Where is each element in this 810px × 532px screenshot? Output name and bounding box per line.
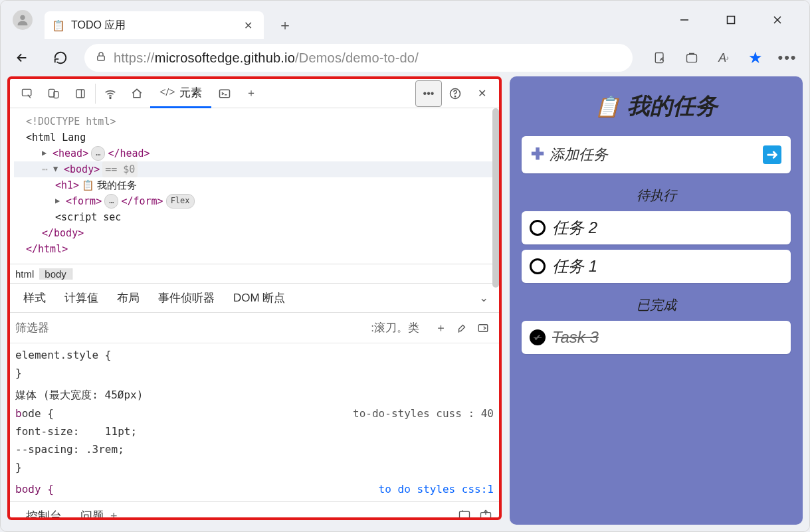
profile-avatar[interactable] [13,10,33,30]
head-close-tag: </head> [108,145,150,161]
breadcrumb-html[interactable]: html [10,268,39,280]
spacing-prop: --spacing: [15,443,79,456]
chevron-down-icon[interactable]: ⌄ [472,291,495,305]
clipboard-icon: 📋 [595,95,619,118]
scrollbar-thumb[interactable] [492,108,499,288]
address-actions: A› ★ ••• [649,46,799,69]
checked-icon[interactable]: ✔ [530,329,546,345]
browser-tab[interactable]: 📋 TODO 应用 ✕ [45,11,264,39]
media-query: 媒体 (最大宽度: 45Øpx) [15,389,143,401]
tab-layout[interactable]: 布局 [108,290,149,306]
tab-dom-breakpoints[interactable]: DOM 断点 [224,290,294,306]
device-toggle-icon[interactable] [41,80,67,107]
breadcrumb-body[interactable]: body [39,268,72,280]
url-text: https://microsoftedge.github.io/Demos/de… [114,50,419,66]
submit-icon[interactable]: ➜ [763,145,781,164]
drawer-issues-icon[interactable] [458,508,471,521]
content-area: </> 元素 ＋ ••• ✕ <!DOCTYPE html> <html Lan… [7,76,803,525]
ellipsis-pill[interactable]: … [91,146,105,160]
back-button[interactable] [7,43,37,72]
brace-close: } [15,364,494,382]
expand-arrow-icon[interactable]: ▶ [42,147,50,159]
svg-rect-14 [219,90,229,98]
close-devtools-icon[interactable]: ✕ [468,80,495,107]
add-tab-icon[interactable]: ＋ [238,80,264,107]
style-source-link[interactable]: to-do-styles cuss : 40 [353,404,494,422]
svg-rect-5 [98,56,105,60]
toolbar-separator [95,84,96,104]
refresh-button[interactable] [46,43,75,72]
unchecked-icon[interactable] [530,258,546,274]
tab-close-icon[interactable]: ✕ [244,19,256,31]
browser-window: 📋 TODO 应用 ✕ ＋ https://microsoftedge.gith… [0,0,810,532]
font-size-val[interactable]: 11pt; [105,425,137,438]
spacing-val[interactable]: .3rem; [86,443,124,456]
devtools-toolbar: </> 元素 ＋ ••• ✕ [10,79,499,108]
tab-elements[interactable]: </> 元素 [150,79,211,108]
add-task-placeholder: 添加任务 [550,146,608,163]
expand-arrow-icon[interactable]: ▶ [55,195,63,207]
task-item[interactable]: 任务 2 [522,211,791,244]
clipboard-icon: 📋 [82,177,94,193]
new-style-icon[interactable]: ＋ [430,320,451,335]
home-icon[interactable] [124,80,150,107]
task-item[interactable]: 任务 1 [522,250,791,283]
new-tab-button[interactable]: ＋ [272,12,298,39]
app-icon[interactable] [680,46,703,69]
tab-listeners[interactable]: 事件侦听器 [149,290,224,306]
console-icon[interactable] [211,80,238,107]
dock-icon[interactable] [67,80,94,107]
wifi-icon[interactable] [97,80,124,107]
minimize-button[interactable] [671,7,698,33]
maximize-button[interactable] [718,7,744,33]
svg-rect-7 [687,54,697,62]
section-done-title: 已完成 [522,296,791,314]
tab-computed[interactable]: 计算值 [55,290,108,306]
filter-input[interactable]: 筛选器 [15,320,371,335]
hov-cls-toggle[interactable]: :滚刀。类 [371,320,419,335]
body-open-tag: <body> [64,161,100,177]
svg-point-0 [20,15,25,20]
more-tools-icon[interactable]: ••• [415,80,442,107]
ellipsis-pill[interactable]: … [104,194,118,208]
close-button[interactable] [764,7,791,33]
tab-title: TODO 应用 [71,19,237,33]
script-tag: <script sec [55,209,121,225]
collapse-arrow-icon[interactable]: ▼ [53,163,61,175]
help-icon[interactable] [442,80,468,107]
edit-icon[interactable] [649,46,671,69]
flex-badge[interactable]: Flex [166,194,195,208]
drawer-expand-icon[interactable] [479,508,492,521]
favorites-star-icon[interactable]: ★ [744,46,767,69]
tab-styles[interactable]: 样式 [14,290,55,306]
ellipsis-icon: ⋯ [42,161,48,177]
read-aloud-icon[interactable]: A› [712,46,735,69]
panel-icon[interactable] [472,322,494,334]
selected-indicator: == $0 [102,161,138,177]
url-box[interactable]: https://microsoftedge.github.io/Demos/de… [84,44,633,72]
html-open-tag: <html Lang [26,130,86,145]
styles-filter-row: 筛选器 :滚刀。类 ＋ [10,313,499,343]
section-pending-title: 待执行 [522,187,791,205]
drawer-tab-problems[interactable]: 问题 + [71,508,127,520]
dom-tree[interactable]: <!DOCTYPE html> <html Lang ▶ <head> … </… [10,108,499,264]
svg-rect-2 [728,17,735,24]
style-source-link-2[interactable]: to do styles css:1 [379,480,494,498]
styles-tabs: 样式 计算值 布局 事件侦听器 DOM 断点 ⌄ [10,284,499,313]
task-item-done[interactable]: ✔Task 3 [522,321,791,354]
app-title: 📋我的任务 [522,91,791,122]
styles-content[interactable]: element.style { } 媒体 (最大宽度: 45Øpx) bode … [10,343,499,501]
titlebar: 📋 TODO 应用 ✕ ＋ [1,1,809,39]
form-close-tag: </form> [121,193,163,209]
brush-icon[interactable] [451,322,472,334]
font-size-prop: font-size: [15,425,79,438]
task-label: Task 3 [552,328,599,347]
unchecked-icon[interactable] [530,220,546,236]
h1-tag: <h1> [55,177,79,193]
more-menu-icon[interactable]: ••• [776,46,799,69]
inspect-icon[interactable] [14,80,41,107]
body-selector-2: body { [15,483,54,495]
devtools-panel: </> 元素 ＋ ••• ✕ <!DOCTYPE html> <html Lan… [7,76,502,520]
add-task-input[interactable]: ✚添加任务 ➜ [522,136,791,173]
drawer-tab-console[interactable]: 控制台 [17,508,71,520]
